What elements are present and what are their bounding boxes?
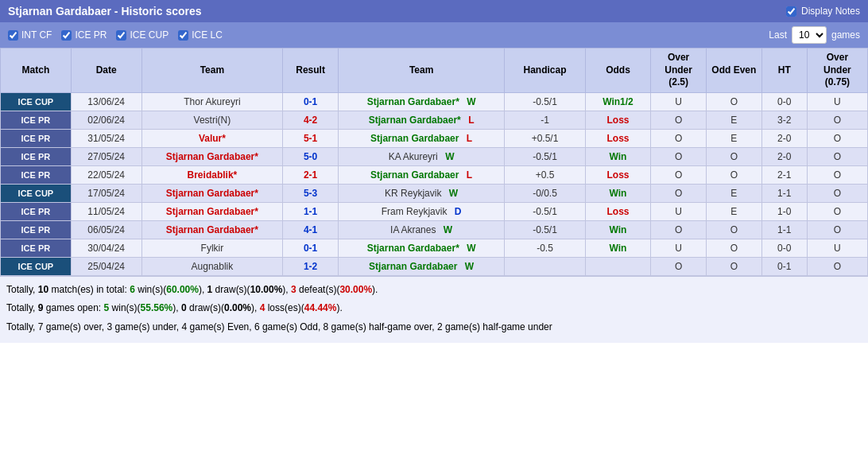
- handicap-cell: -0.5/1: [505, 220, 585, 239]
- ht-cell: 0-0: [761, 92, 807, 111]
- date-cell: 25/04/24: [71, 257, 141, 275]
- total-wins: 6: [130, 284, 135, 295]
- outcome-badge: W: [467, 96, 475, 107]
- display-notes-checkbox[interactable]: [786, 6, 796, 17]
- team1-cell: Breidablik*: [141, 165, 283, 184]
- match-type-cell: ICE CUP: [1, 92, 72, 111]
- int-cf-checkbox[interactable]: [8, 30, 18, 41]
- handicap-cell: -1: [505, 111, 585, 129]
- team1-cell: Vestri(N): [141, 111, 283, 129]
- match-type-cell: ICE PR: [1, 129, 72, 147]
- outcome-badge: L: [467, 133, 472, 144]
- handicap-cell: -0.5/1: [505, 202, 585, 220]
- total-matches: 10: [38, 284, 48, 295]
- col-match: Match: [1, 49, 72, 93]
- ice-cup-label: ICE CUP: [130, 29, 169, 41]
- team2-outcome-cell: KA Akureyri W: [338, 147, 504, 165]
- outcome-badge: W: [449, 188, 458, 199]
- team1-cell: Augnablik: [141, 257, 283, 275]
- over-under-cell: O: [651, 129, 707, 147]
- over-under2-cell: U: [807, 92, 867, 111]
- ice-lc-label: ICE LC: [192, 29, 223, 41]
- col-result: Result: [283, 49, 339, 93]
- open-draws: 0: [181, 302, 187, 313]
- summary-line2: Totally, 9 games open: 5 win(s)(55.56%),…: [6, 300, 862, 317]
- table-row: ICE PR 31/05/24 Valur* 5-1 Stjarnan Gard…: [1, 129, 868, 147]
- team1-cell: Stjarnan Gardabaer*: [141, 147, 283, 165]
- odd-even-cell: O: [706, 92, 761, 111]
- match-type-cell: ICE PR: [1, 202, 72, 220]
- total-open: 9: [38, 302, 44, 313]
- table-row: ICE PR 02/06/24 Vestri(N) 4-2 Stjarnan G…: [1, 111, 868, 129]
- summary-section: Totally, 10 match(es) in total: 6 win(s)…: [0, 276, 868, 343]
- odd-even-cell: O: [706, 165, 761, 184]
- handicap-cell: +0.5/1: [505, 129, 585, 147]
- over-under-cell: O: [651, 220, 707, 239]
- team2-name: Stjarnan Gardabaer: [369, 261, 457, 272]
- team2-outcome-cell: Stjarnan Gardabaer W: [338, 257, 504, 275]
- ice-pr-checkbox[interactable]: [61, 30, 72, 41]
- over-under-cell: O: [651, 184, 707, 202]
- ice-pr-label: ICE PR: [75, 29, 107, 41]
- main-container: Stjarnan Gardabaer - Historic scores Dis…: [0, 0, 868, 343]
- total-draws: 1: [207, 284, 213, 295]
- odds-cell: Win: [585, 239, 650, 257]
- over-under-cell: O: [651, 257, 707, 275]
- table-row: ICE PR 11/05/24 Stjarnan Gardabaer* 1-1 …: [1, 202, 868, 220]
- team1-cell: Thor Akureyri: [141, 92, 283, 111]
- over-under-cell: O: [651, 165, 707, 184]
- col-team2: Team: [338, 49, 504, 93]
- over-under2-cell: O: [807, 111, 867, 129]
- table-row: ICE CUP 25/04/24 Augnablik 1-2 Stjarnan …: [1, 257, 868, 275]
- team1-cell: Fylkir: [141, 239, 283, 257]
- date-cell: 22/05/24: [71, 165, 141, 184]
- col-handicap: Handicap: [505, 49, 585, 93]
- col-odds: Odds: [585, 49, 650, 93]
- ht-cell: 0-0: [761, 239, 807, 257]
- team2-outcome-cell: Stjarnan Gardabaer L: [338, 129, 504, 147]
- total-defeats: 3: [291, 284, 296, 295]
- team2-name: Fram Reykjavik: [382, 206, 448, 217]
- odds-cell: [585, 257, 650, 275]
- odds-cell: Loss: [585, 129, 650, 147]
- ht-cell: 3-2: [761, 111, 807, 129]
- over-under-cell: O: [651, 147, 707, 165]
- col-ht: HT: [761, 49, 807, 93]
- odds-cell: Loss: [585, 202, 650, 220]
- table-row: ICE PR 22/05/24 Breidablik* 2-1 Stjarnan…: [1, 165, 868, 184]
- over-under2-cell: O: [807, 257, 867, 275]
- ice-cup-checkbox[interactable]: [116, 30, 126, 41]
- last-games-select[interactable]: 10 20 30: [792, 26, 827, 44]
- ht-cell: 1-1: [761, 220, 807, 239]
- team2-name: Stjarnan Gardabaer: [370, 169, 459, 181]
- scores-table: Match Date Team Result Team Handicap Odd…: [0, 48, 868, 276]
- team2-name: Stjarnan Gardabaer*: [367, 96, 459, 107]
- result-cell: 5-0: [283, 147, 339, 165]
- result-cell: 0-1: [283, 92, 339, 111]
- col-over-under-075: Over Under (0.75): [807, 49, 867, 93]
- over-under2-cell: O: [807, 147, 867, 165]
- odd-even-cell: E: [706, 202, 761, 220]
- match-type-cell: ICE PR: [1, 220, 72, 239]
- date-cell: 02/06/24: [71, 111, 141, 129]
- filter-bar: INT CF ICE PR ICE CUP ICE LC Last 10 20 …: [0, 22, 868, 48]
- ice-lc-checkbox[interactable]: [178, 30, 188, 41]
- draws-pct: 10.00%: [250, 284, 283, 295]
- col-odd-even: Odd Even: [706, 49, 761, 93]
- col-team1: Team: [141, 49, 283, 93]
- team2-outcome-cell: Stjarnan Gardabaer* W: [338, 92, 504, 111]
- date-cell: 30/04/24: [71, 239, 141, 257]
- header-bar: Stjarnan Gardabaer - Historic scores Dis…: [0, 0, 868, 22]
- table-header-row: Match Date Team Result Team Handicap Odd…: [1, 49, 868, 93]
- filter-ice-cup: ICE CUP: [116, 29, 169, 41]
- odds-cell: Loss: [585, 165, 650, 184]
- team1-cell: Stjarnan Gardabaer*: [141, 202, 283, 220]
- odd-even-cell: O: [706, 239, 761, 257]
- table-row: ICE PR 30/04/24 Fylkir 0-1 Stjarnan Gard…: [1, 239, 868, 257]
- result-cell: 1-1: [283, 202, 339, 220]
- open-losses: 4: [260, 302, 265, 313]
- odds-cell: Win: [585, 147, 650, 165]
- outcome-badge: W: [467, 243, 475, 254]
- result-cell: 4-2: [283, 111, 339, 129]
- date-cell: 13/06/24: [71, 92, 141, 111]
